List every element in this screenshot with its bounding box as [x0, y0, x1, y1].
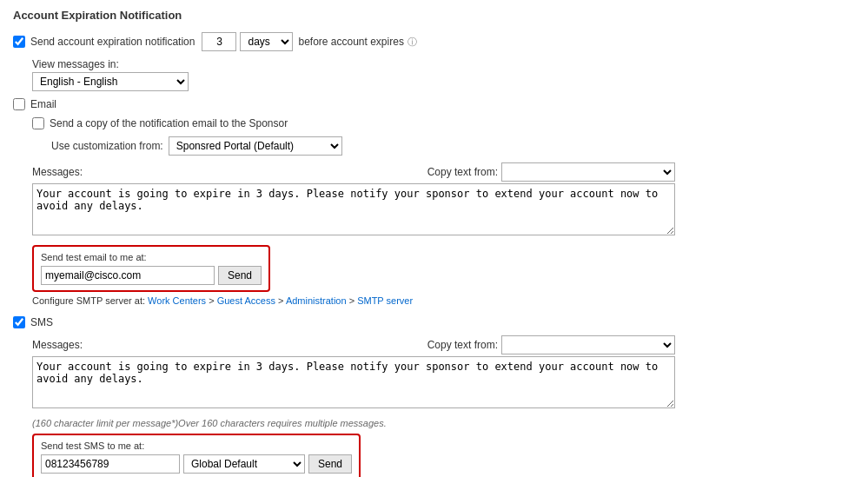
send-notification-label: Send account expiration notification — [30, 36, 195, 48]
sms-copy-text-select[interactable] — [501, 335, 675, 354]
send-test-sms-button[interactable]: Send — [308, 454, 352, 474]
email-messages-wrapper: Messages: Copy text from: Your account i… — [32, 162, 855, 238]
send-test-email-input[interactable] — [41, 266, 215, 285]
language-select[interactable]: English - English French - French Spanis… — [32, 72, 189, 91]
send-notification-checkbox[interactable] — [13, 36, 25, 48]
sms-messages-wrapper: Messages: Copy text from: Your account i… — [32, 335, 855, 411]
char-limit-note: (160 character limit per message*)Over 1… — [32, 418, 855, 428]
sms-checkbox[interactable] — [13, 316, 25, 328]
send-test-sms-input[interactable] — [41, 454, 180, 474]
sms-copy-text-label: Copy text from: — [427, 339, 498, 351]
smtp-work-centers-link[interactable]: Work Centers — [148, 295, 206, 306]
send-test-sms-label: Send test SMS to me at: — [41, 441, 352, 451]
sms-section: SMS Messages: Copy text from: Your accou… — [13, 316, 855, 477]
email-label: Email — [30, 98, 56, 110]
email-copy-text-select[interactable] — [501, 162, 675, 182]
sms-row: SMS — [13, 316, 855, 328]
sponsor-row: Send a copy of the notification email to… — [32, 117, 855, 129]
customization-row: Use customization from: Sponsred Portal … — [51, 136, 855, 156]
sponsor-checkbox[interactable] — [32, 117, 44, 129]
view-messages-row: View messages in: English - English Fren… — [32, 58, 855, 91]
email-messages-textarea[interactable]: Your account is going to expire in 3 day… — [32, 183, 675, 235]
info-icon: ⓘ — [407, 36, 417, 49]
sms-provider-select[interactable]: Global Default Other — [183, 454, 305, 474]
send-test-sms-box: Send test SMS to me at: Global Default O… — [32, 434, 361, 477]
send-test-email-row: Send — [41, 266, 262, 285]
email-row: Email — [13, 98, 855, 110]
send-test-email-button[interactable]: Send — [218, 266, 262, 285]
email-messages-label: Messages: — [32, 166, 83, 178]
send-test-sms-row: Global Default Other Send — [41, 454, 352, 474]
smtp-server-link[interactable]: SMTP server — [357, 295, 413, 306]
email-checkbox[interactable] — [13, 98, 25, 110]
view-messages-label: View messages in: — [32, 58, 855, 70]
sms-copy-text-container: Copy text from: — [427, 335, 675, 354]
sms-messages-header: Messages: Copy text from: — [32, 335, 675, 354]
send-test-email-label: Send test email to me at: — [41, 252, 262, 262]
email-copy-text-container: Copy text from: — [427, 162, 675, 182]
sponsor-label: Send a copy of the notification email to… — [50, 117, 288, 129]
configure-smtp-row: Configure SMTP server at: Work Centers >… — [32, 295, 855, 306]
smtp-guest-access-link[interactable]: Guest Access — [217, 295, 275, 306]
email-copy-text-label: Copy text from: — [427, 166, 498, 178]
section-title: Account Expiration Notification — [13, 9, 855, 22]
email-messages-header: Messages: Copy text from: — [32, 162, 675, 182]
days-input[interactable] — [202, 32, 236, 51]
smtp-administration-link[interactable]: Administration — [286, 295, 347, 306]
sms-messages-label: Messages: — [32, 339, 83, 351]
customization-select[interactable]: Sponsred Portal (Default) Other Portal — [169, 136, 342, 156]
send-test-email-box: Send test email to me at: Send — [32, 245, 270, 292]
sms-label: SMS — [30, 316, 53, 328]
days-unit-select[interactable]: days hours — [240, 32, 293, 51]
send-notification-row: Send account expiration notification day… — [13, 32, 855, 51]
sms-messages-textarea[interactable]: Your account is going to expire in 3 day… — [32, 356, 675, 408]
customization-label: Use customization from: — [51, 140, 163, 152]
before-expires-label: before account expires — [298, 36, 403, 48]
